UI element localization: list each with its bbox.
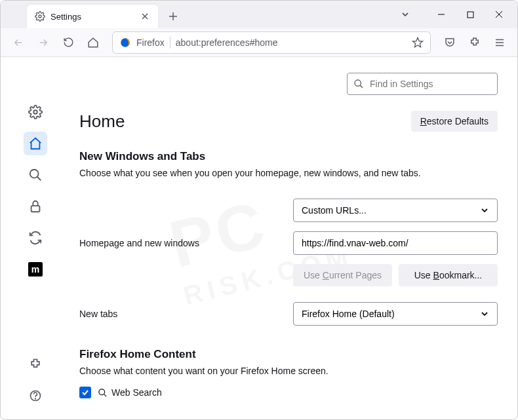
- web-search-checkbox[interactable]: [79, 387, 91, 398]
- window-controls: [395, 1, 512, 28]
- gear-icon: [35, 11, 45, 22]
- navigation-toolbar: Firefox about:preferences#home: [1, 28, 517, 57]
- homepage-label: Homepage and new windows: [79, 238, 293, 248]
- reload-button[interactable]: [57, 31, 79, 54]
- maximize-button[interactable]: [457, 4, 483, 25]
- svg-rect-1: [468, 12, 473, 18]
- search-icon: [353, 79, 364, 89]
- titlebar: Settings: [1, 1, 517, 28]
- svg-point-9: [99, 389, 105, 395]
- page-title: Home: [79, 111, 125, 132]
- sidebar-home-icon[interactable]: [24, 132, 47, 155]
- section-new-windows-desc: Choose what you see when you open your h…: [79, 167, 498, 180]
- sidebar-general-icon[interactable]: [24, 100, 47, 124]
- new-tab-button[interactable]: [163, 7, 183, 26]
- svg-point-8: [355, 80, 361, 86]
- find-in-settings-input[interactable]: [347, 73, 498, 95]
- home-toolbar-button[interactable]: [82, 31, 104, 54]
- use-bookmark-button[interactable]: Use Bookmark...: [399, 264, 498, 286]
- check-icon: [81, 389, 89, 396]
- svg-point-0: [39, 15, 41, 18]
- forward-button[interactable]: [32, 31, 54, 54]
- section-home-content-title: Firefox Home Content: [79, 348, 498, 361]
- firefox-logo-icon: [119, 37, 131, 48]
- section-new-windows-title: New Windows and Tabs: [79, 150, 498, 163]
- sidebar-sync-icon[interactable]: [24, 226, 47, 250]
- tab-close-button[interactable]: [140, 11, 150, 22]
- select-value: Firefox Home (Default): [302, 309, 395, 319]
- homepage-url-input[interactable]: [293, 231, 498, 255]
- svg-point-7: [35, 398, 36, 399]
- tabs-dropdown-button[interactable]: [395, 5, 415, 24]
- chevron-down-icon: [480, 206, 489, 215]
- url-text: about:preferences#home: [176, 37, 407, 48]
- address-bar[interactable]: Firefox about:preferences#home: [112, 31, 431, 54]
- bookmark-star-button[interactable]: [412, 37, 424, 48]
- svg-rect-5: [31, 206, 40, 212]
- identity-label: Firefox: [136, 37, 165, 48]
- homepage-mode-select[interactable]: Custom URLs...: [293, 199, 498, 222]
- back-button[interactable]: [7, 31, 30, 54]
- sidebar-help-icon[interactable]: [24, 384, 47, 408]
- app-menu-button[interactable]: [488, 31, 511, 54]
- close-window-button[interactable]: [486, 4, 512, 25]
- pocket-button[interactable]: [439, 31, 461, 54]
- svg-point-4: [30, 170, 39, 178]
- mozilla-icon: m: [28, 262, 43, 277]
- tab-title: Settings: [50, 12, 134, 22]
- search-icon: [98, 388, 108, 398]
- sidebar-extensions-icon[interactable]: [24, 353, 47, 376]
- sidebar-search-icon[interactable]: [24, 163, 47, 187]
- minimize-button[interactable]: [428, 4, 454, 25]
- chevron-down-icon: [480, 309, 489, 318]
- preferences-content: PCRISK.COM m: [1, 57, 517, 420]
- extensions-button[interactable]: [464, 31, 486, 54]
- separator: [170, 37, 170, 48]
- select-value: Custom URLs...: [302, 205, 367, 216]
- use-current-pages-button[interactable]: Use Current Pages: [293, 264, 392, 286]
- restore-defaults-button[interactable]: Restore Defaults: [411, 111, 498, 132]
- sidebar-more-icon[interactable]: m: [24, 258, 47, 281]
- browser-tab[interactable]: Settings: [27, 5, 158, 28]
- find-in-settings-box: [347, 73, 498, 95]
- web-search-label: Web Search: [98, 387, 162, 398]
- category-sidebar: m: [1, 57, 70, 420]
- newtabs-select[interactable]: Firefox Home (Default): [293, 302, 498, 326]
- svg-point-3: [33, 110, 37, 114]
- main-panel: Home Restore Defaults New Windows and Ta…: [70, 57, 517, 420]
- new-tabs-label: New tabs: [79, 309, 293, 319]
- sidebar-privacy-icon[interactable]: [24, 195, 47, 218]
- section-home-content-desc: Choose what content you want on your Fir…: [79, 365, 498, 378]
